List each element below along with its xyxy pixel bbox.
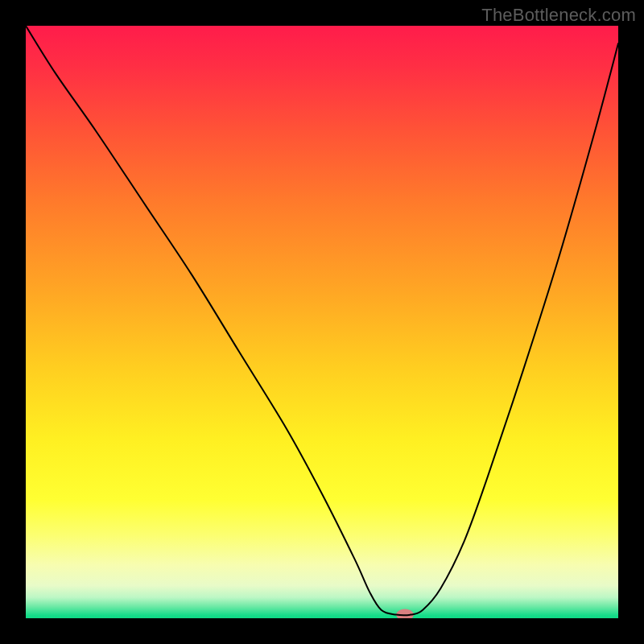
chart-container: TheBottleneck.com xyxy=(0,0,644,644)
bottleneck-chart xyxy=(26,26,618,618)
plot-area xyxy=(26,26,618,618)
watermark-text: TheBottleneck.com xyxy=(481,5,636,26)
chart-background xyxy=(26,26,618,618)
